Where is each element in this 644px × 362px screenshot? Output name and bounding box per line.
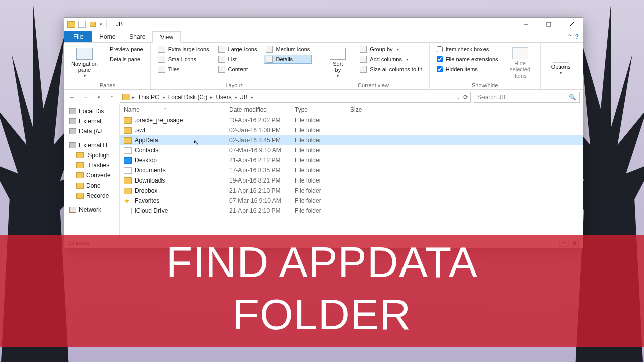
size-all-columns-button[interactable]: Size all columns to fit — [358, 65, 424, 74]
table-row[interactable]: .oracle_jre_usage10-Apr-16 2:02 PMFile f… — [120, 115, 583, 125]
breadcrumb-jb[interactable]: JB — [238, 94, 250, 101]
layout-extra-large[interactable]: Extra large icons — [156, 45, 211, 54]
folder-icon — [76, 162, 84, 168]
table-row[interactable]: iCloud Drive21-Apr-16 2:10 PMFile folder — [120, 206, 583, 216]
overlay-text: FIND APPDATA FOLDER — [0, 237, 644, 336]
folder-icon — [124, 117, 132, 124]
document-icon — [124, 147, 132, 154]
details-pane-toggle[interactable]: Details pane — [105, 55, 145, 64]
layout-medium[interactable]: Medium icons — [264, 45, 312, 54]
star-icon: ★ — [124, 198, 132, 204]
table-row[interactable]: Dropbox21-Apr-16 2:10 PMFile folder — [120, 186, 583, 196]
ribbon-view: Navigation pane ▾ Preview pane Details p… — [64, 43, 583, 90]
tab-share[interactable]: Share — [122, 31, 152, 42]
layout-list[interactable]: List — [216, 55, 259, 64]
col-size[interactable]: Size — [346, 106, 386, 113]
nav-item[interactable]: External H — [64, 140, 119, 150]
layout-group-label: Layout — [156, 81, 312, 88]
tab-file[interactable]: File — [64, 31, 92, 42]
col-type[interactable]: Type — [291, 106, 346, 113]
column-headers[interactable]: Name⌃ Date modified Type Size — [120, 104, 583, 115]
layout-small[interactable]: Small icons — [156, 55, 211, 64]
nav-up-button[interactable]: ↑ — [107, 92, 117, 102]
sort-by-button[interactable]: Sort by ▾ — [323, 45, 353, 81]
item-checkboxes-toggle[interactable]: Item check boxes — [435, 45, 500, 54]
nav-recent-button[interactable]: ▾ — [94, 92, 104, 102]
nav-item[interactable]: Network — [64, 205, 119, 215]
file-extensions-toggle[interactable]: File name extensions — [435, 55, 500, 64]
panes-group-label: Panes — [69, 81, 145, 88]
drive-icon — [69, 108, 76, 114]
nav-back-button[interactable]: ← — [67, 92, 77, 102]
search-icon[interactable]: 🔍 — [569, 94, 576, 101]
table-row[interactable]: Desktop21-Apr-16 2:12 PMFile folder — [120, 155, 583, 165]
nav-item[interactable]: Recorde — [64, 191, 119, 201]
nav-item[interactable]: .Trashes — [64, 160, 119, 170]
group-by-button[interactable]: Group by▾ — [358, 45, 424, 54]
drive-icon — [69, 118, 76, 124]
nav-item[interactable]: Local Dis — [64, 106, 119, 116]
layout-details[interactable]: Details — [264, 55, 312, 64]
tab-home[interactable]: Home — [92, 31, 122, 42]
search-placeholder: Search JB — [477, 94, 505, 101]
hidden-items-toggle[interactable]: Hidden items — [435, 65, 500, 74]
drive-icon — [69, 142, 76, 148]
sort-asc-icon: ⌃ — [163, 107, 167, 112]
folder-icon — [124, 137, 132, 144]
close-button[interactable] — [560, 18, 583, 31]
cloud-icon — [124, 208, 132, 214]
table-row[interactable]: AppData02-Jan-16 3:45 PMFile folder — [120, 135, 583, 145]
breadcrumb-users[interactable]: Users — [214, 94, 233, 101]
col-date[interactable]: Date modified — [225, 106, 291, 113]
table-row[interactable]: Contacts07-Mar-16 9:10 AMFile folder — [120, 145, 583, 155]
maximize-button[interactable] — [537, 18, 560, 31]
breadcrumb-this-pc[interactable]: This PC — [136, 94, 162, 101]
breadcrumb-localdisk[interactable]: Local Disk (C:) — [166, 94, 210, 101]
menu-row: File Home Share View ⌃ ? — [64, 31, 583, 43]
refresh-icon[interactable]: ⟳ — [463, 94, 468, 101]
folder-icon — [76, 172, 84, 178]
nav-item[interactable]: External — [64, 116, 119, 126]
layout-large[interactable]: Large icons — [216, 45, 259, 54]
table-row[interactable]: .swt02-Jan-16 1:00 PMFile folder — [120, 125, 583, 135]
preview-pane-toggle[interactable]: Preview pane — [105, 45, 145, 54]
layout-content[interactable]: Content — [216, 65, 259, 74]
drive-icon — [69, 128, 76, 134]
document-icon — [124, 167, 132, 174]
table-row[interactable]: Downloads19-Apr-16 8:21 PMFile folder — [120, 175, 583, 186]
navigation-pane-button[interactable]: Navigation pane ▾ — [69, 45, 100, 81]
folder-icon — [76, 183, 84, 189]
nav-item[interactable]: Converte — [64, 170, 119, 180]
col-name[interactable]: Name — [124, 106, 140, 113]
nav-item[interactable]: Data (\\J — [64, 126, 119, 136]
layout-tiles[interactable]: Tiles — [156, 65, 211, 74]
nav-forward-button[interactable]: → — [80, 92, 91, 102]
address-bar[interactable]: ▸ This PC▸ Local Disk (C:)▸ Users▸ JB▸ ⌄… — [120, 92, 471, 103]
table-row[interactable]: ★Favorites07-Mar-16 9:10 AMFile folder — [120, 196, 583, 206]
folder-icon — [124, 127, 132, 134]
addr-folder-icon — [122, 94, 130, 100]
addr-dropdown-icon[interactable]: ⌄ — [456, 95, 460, 100]
ribbon-collapse-icon[interactable]: ⌃ — [567, 33, 572, 40]
hide-selected-button[interactable]: Hide selected items — [505, 45, 535, 81]
window-title: JB — [111, 21, 128, 28]
nav-item[interactable]: .Spotligh — [64, 150, 119, 160]
nav-item[interactable]: Done — [64, 180, 119, 191]
file-list[interactable]: Name⌃ Date modified Type Size .oracle_jr… — [120, 104, 583, 237]
qat-newfolder-icon[interactable] — [89, 20, 97, 28]
folder-icon — [76, 193, 84, 199]
folder-icon — [124, 188, 132, 194]
chevron-right-icon[interactable]: ▸ — [132, 95, 135, 100]
navigation-pane[interactable]: Local DisExternalData (\\JExternal H.Spo… — [64, 104, 120, 237]
search-box[interactable]: Search JB 🔍 — [474, 92, 580, 103]
file-explorer-window: ▾ JB File Home Share View ⌃ ? — [64, 17, 583, 248]
help-icon[interactable]: ? — [575, 33, 579, 40]
tab-view[interactable]: View — [152, 31, 181, 43]
options-button[interactable]: Options ▾ — [546, 45, 576, 81]
address-bar-row: ← → ▾ ↑ ▸ This PC▸ Local Disk (C:)▸ User… — [64, 90, 583, 104]
add-columns-button[interactable]: Add columns▾ — [358, 55, 424, 64]
qat-properties-icon[interactable] — [78, 21, 86, 28]
qat-dropdown-icon[interactable]: ▾ — [100, 22, 102, 27]
table-row[interactable]: Documents17-Apr-16 8:35 PMFile folder — [120, 165, 583, 175]
minimize-button[interactable] — [515, 18, 537, 31]
